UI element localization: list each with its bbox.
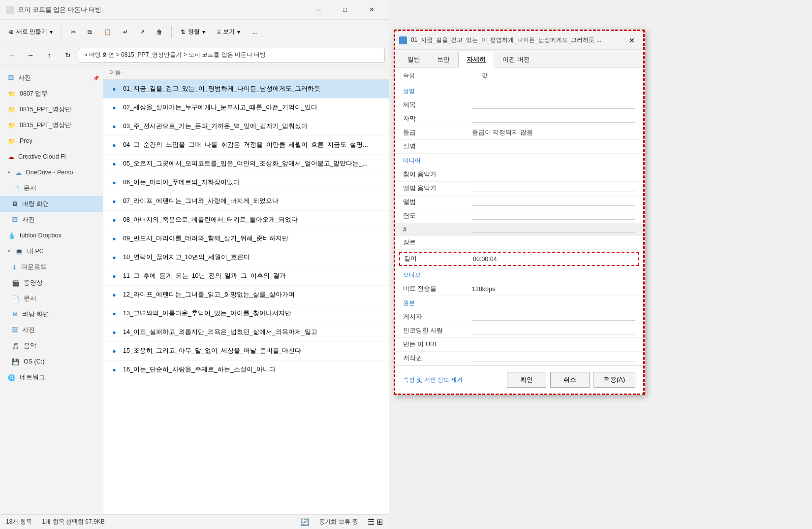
- tab-previous-versions[interactable]: 이전 버전: [494, 52, 538, 67]
- sidebar-item-mypc[interactable]: ▾ 💻 내 PC: [0, 243, 103, 259]
- audio-file-icon14: ●: [109, 328, 119, 337]
- window-title: 모피 코트를 입은 마돈나 더빙: [18, 5, 307, 14]
- list-item: 인코딩한 사람: [395, 324, 643, 338]
- tab-security[interactable]: 보안: [429, 52, 458, 67]
- tab-general[interactable]: 일반: [399, 52, 429, 67]
- list-item: 연도: [395, 209, 643, 223]
- cancel-button[interactable]: 취소: [550, 372, 590, 388]
- duration-row: 길이 00:00:04: [399, 252, 639, 266]
- paste-button[interactable]: 📋: [99, 23, 116, 41]
- table-row[interactable]: ● 15_조용히_그리고_아무_말_없이_세상을_떠날_준비를_마친다: [103, 342, 389, 361]
- photo-icon2: 🖼: [12, 216, 18, 223]
- share-button[interactable]: ↗: [135, 23, 150, 41]
- table-row[interactable]: ● 03_주_전시관으로_가는_문과_가까운_벽_앞에_갑자기_멈춰섰다: [103, 117, 389, 136]
- new-button[interactable]: ⊕ 새로 만들기 ▾: [4, 23, 58, 41]
- sidebar-item-photos[interactable]: 🖼 사진 📌: [0, 70, 103, 86]
- cut-button[interactable]: ✂: [66, 23, 81, 41]
- props-header: 속성 값: [395, 67, 643, 84]
- apply-button[interactable]: 적용(A): [593, 372, 635, 388]
- list-item: 비트 전송률 128kbps: [395, 282, 643, 296]
- list-item: 앨범: [395, 196, 643, 209]
- table-row[interactable]: ● 13_그녀와의_아름다운_추억이_있는_아이를_찾아나서지만: [103, 304, 389, 323]
- folder-icon2: 📁: [8, 106, 16, 113]
- delete-button[interactable]: 🗑: [152, 23, 167, 41]
- ok-button[interactable]: 확인: [507, 372, 546, 388]
- address-text: « 바탕 화면 > 0815_PPT_영상만들기 > 모피 코트를 입은 마돈나…: [84, 51, 266, 59]
- sidebar-item-docs2[interactable]: 📄 문서: [0, 291, 103, 306]
- audio-file-icon2: ●: [109, 103, 119, 113]
- view-button[interactable]: ≡ 보기 ▾: [212, 23, 245, 41]
- table-row[interactable]: ● 01_지금_길을_걷고_있는_이_평범하게_나이든_남성에게도_그러하듯: [103, 80, 389, 99]
- table-row[interactable]: ● 08_아버지의_죽음으로_베를린에서_터키로_돌아오게_되었다: [103, 211, 389, 230]
- maximize-button[interactable]: □: [334, 2, 356, 17]
- list-item: 장르: [395, 236, 643, 250]
- dialog-tabs: 일반 보안 자세히 이전 버전: [395, 50, 643, 67]
- title-bar-controls: ─ □ ✕: [307, 2, 383, 17]
- sidebar-item-prey[interactable]: 📁 Prey: [0, 133, 103, 149]
- table-row[interactable]: ● 11_그_후에_듣게_되는_10년_전의_일과_그_이후의_결과: [103, 267, 389, 286]
- table-row[interactable]: ● 16_이는_단순히_사랑을_주제로_하는_소설이_아니다: [103, 361, 389, 379]
- dialog-close-button[interactable]: ✕: [625, 34, 639, 46]
- sidebar-item-0815a[interactable]: 📁 0815_PPT_영상만: [0, 101, 103, 117]
- audio-file-icon5: ●: [109, 159, 119, 169]
- table-row[interactable]: ● 12_라이프_에펜디는_그녀를_읽고_희망없는_삶을_살아가며: [103, 286, 389, 304]
- photo-icon3: 🖼: [12, 327, 18, 333]
- back-button[interactable]: ←: [4, 47, 20, 63]
- table-row[interactable]: ● 02_세상을_살아가는_누구에게나_눈부시고_때론_아픈_기억이_있다: [103, 99, 389, 117]
- table-row[interactable]: ● 06_이는_마리아_푸데르의_자화상이었다: [103, 173, 389, 192]
- sort-button[interactable]: ⇅ 정렬 ▾: [176, 23, 210, 41]
- plus-icon: ⊕: [9, 29, 14, 35]
- sidebar-item-onedrive[interactable]: ▾ ☁ OneDrive - Perso: [0, 165, 103, 180]
- sidebar-item-music[interactable]: 🎵 음악: [0, 338, 103, 354]
- photo-icon: 🖼: [8, 74, 14, 81]
- table-row[interactable]: ● 14_이도_실패하고_외롭지만_의욕은_넘쳤던_삶에서_의욕마저_잃고: [103, 323, 389, 342]
- forward-button[interactable]: →: [23, 47, 38, 63]
- separator: [62, 26, 62, 38]
- sidebar-item-0815b[interactable]: 📁 0815_PPT_영상만: [0, 117, 103, 133]
- sidebar-item-downloads[interactable]: ⬇ 다운로드: [0, 259, 103, 275]
- sidebar-item-dropbox[interactable]: 💧 tubloo Dropbox: [0, 228, 103, 243]
- more-button[interactable]: ...: [247, 23, 262, 41]
- list-item: 게시자: [395, 310, 643, 324]
- sidebar: 🖼 사진 📌 📁 0807 업무 📁 0815_PPT_영상만 📁 0815_P…: [0, 66, 103, 514]
- table-row[interactable]: ● 05_오로지_그곳에서_모피코트를_입은_여인의_조상화_앞에서_얼어붙고_…: [103, 155, 389, 173]
- up-button[interactable]: ↑: [41, 47, 57, 63]
- sidebar-item-photos3[interactable]: 🖼 사진: [0, 322, 103, 338]
- sidebar-item-docs[interactable]: 📄 문서: [0, 180, 103, 196]
- list-item: 참여 음악가: [395, 168, 643, 182]
- list-view-button[interactable]: ☰: [368, 517, 375, 527]
- sidebar-item-network[interactable]: 🌐 네트워크: [0, 369, 103, 385]
- minimize-button[interactable]: ─: [307, 2, 330, 17]
- sidebar-item-photos-sub[interactable]: 🖼 사진: [0, 212, 103, 228]
- file-list: 이름 ● 01_지금_길을_걷고_있는_이_평범하게_나이든_남성에게도_그러하…: [103, 66, 389, 514]
- table-row[interactable]: ● 04_그_순간의_느낌을_그때_나를_휘감은_격정을_이만큼_세월이_흐른_…: [103, 136, 389, 155]
- table-row[interactable]: ● 07_라이프_에펜디는_그녀와_사랑에_빠지게_되었으나: [103, 192, 389, 211]
- expand-icon2: ▾: [8, 249, 10, 254]
- sidebar-item-desktop[interactable]: 🖥 바탕 화면: [0, 196, 103, 212]
- audio-file-icon: ●: [109, 84, 119, 94]
- remove-properties-link[interactable]: 속성 및 개인 정보 제거: [403, 376, 463, 384]
- chevron-down-icon3: ▾: [237, 29, 240, 35]
- paste-icon: 📋: [104, 29, 111, 35]
- list-item: 앨범 음악가: [395, 182, 643, 196]
- address-path[interactable]: « 바탕 화면 > 0815_PPT_영상만들기 > 모피 코트를 입은 마돈나…: [79, 48, 385, 63]
- tab-details[interactable]: 자세히: [458, 52, 494, 67]
- sidebar-item-creative-cloud[interactable]: ☁ Creative Cloud Fi: [0, 149, 103, 165]
- rename-button[interactable]: ↵: [118, 23, 133, 41]
- close-button[interactable]: ✕: [360, 2, 383, 17]
- audio-file-icon7: ●: [109, 197, 119, 206]
- separator2: [171, 26, 172, 38]
- table-row[interactable]: ● 09_반드시_마리아를_데려와_함께_살기_위해_준비하지만: [103, 230, 389, 248]
- table-row[interactable]: ● 10_연락이_끊어지고_10년의_세월이_흐른다: [103, 248, 389, 267]
- expand-icon: ▾: [8, 170, 10, 175]
- audio-file-icon10: ●: [109, 253, 119, 263]
- sidebar-item-desktop2[interactable]: 🖥 바탕 화면: [0, 306, 103, 322]
- copy-button[interactable]: ⧉: [83, 23, 97, 41]
- grid-view-button[interactable]: ⊞: [376, 517, 383, 527]
- sidebar-item-0807[interactable]: 📁 0807 업무: [0, 86, 103, 101]
- sidebar-item-osdrive[interactable]: 💾 OS (C:): [0, 354, 103, 369]
- title-bar: 모피 코트를 입은 마돈나 더빙 ─ □ ✕: [0, 0, 389, 20]
- sidebar-item-videos[interactable]: 🎬 동영상: [0, 275, 103, 291]
- refresh-button[interactable]: ↻: [60, 47, 76, 63]
- pin-icon: 📌: [93, 75, 99, 81]
